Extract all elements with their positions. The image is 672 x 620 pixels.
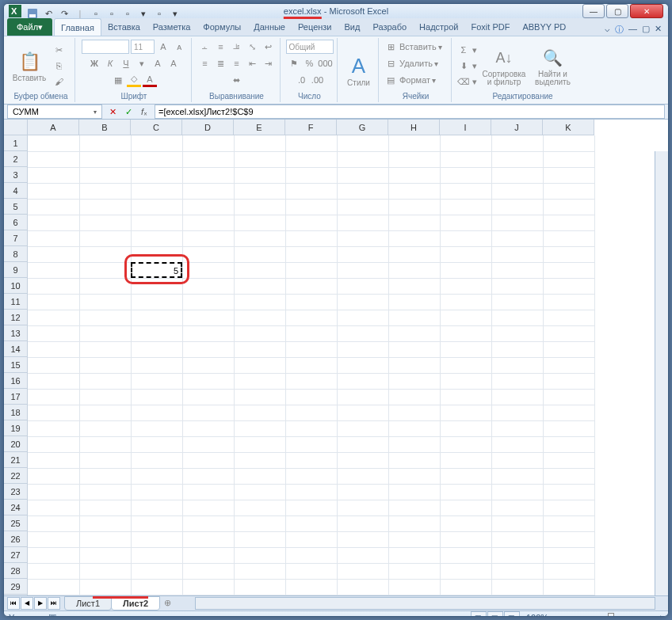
cell[interactable] (28, 262, 79, 278)
cell[interactable] (79, 341, 131, 357)
cell[interactable] (79, 389, 131, 405)
cell[interactable] (388, 230, 440, 246)
cell[interactable] (337, 215, 388, 230)
cell[interactable] (28, 515, 79, 531)
number-format-select[interactable]: Общий (286, 40, 334, 54)
cell[interactable] (131, 484, 182, 500)
cell[interactable] (440, 531, 491, 547)
cell[interactable] (543, 135, 594, 151)
row-header-10[interactable]: 10 (4, 278, 27, 294)
macro-record-icon[interactable]: ▣ (48, 612, 56, 617)
cell[interactable] (131, 405, 182, 420)
row-header-9[interactable]: 9 (4, 262, 27, 278)
cell[interactable] (182, 484, 234, 500)
cell[interactable] (79, 563, 131, 579)
formula-input[interactable]: =[excel.xlsx]Лист2!$C$9 (155, 105, 665, 119)
paste-button[interactable]: 📋 Вставить (10, 40, 48, 92)
cell[interactable] (388, 262, 440, 278)
col-header-E[interactable]: E (234, 120, 285, 135)
cell[interactable] (131, 547, 182, 563)
cell[interactable] (440, 420, 491, 436)
cells-area[interactable]: 5 (28, 135, 595, 595)
cell[interactable] (182, 325, 234, 341)
row-header-5[interactable]: 5 (4, 199, 27, 215)
cell[interactable] (491, 246, 543, 262)
cell[interactable] (234, 389, 285, 405)
cell[interactable] (440, 357, 491, 373)
align-mid-icon[interactable]: ≡ (214, 40, 228, 54)
cell[interactable] (440, 341, 491, 357)
cell[interactable] (285, 373, 337, 389)
cell[interactable] (234, 373, 285, 389)
cell[interactable] (388, 199, 440, 215)
cell[interactable] (28, 230, 79, 246)
cell[interactable] (337, 230, 388, 246)
cell[interactable] (491, 500, 543, 515)
sheet-nav-first-icon[interactable]: ⏮ (7, 597, 20, 610)
zoom-in-icon[interactable]: + (659, 613, 663, 618)
cell[interactable] (337, 262, 388, 278)
align-bot-icon[interactable]: ⫡ (230, 40, 244, 54)
cell[interactable] (491, 547, 543, 563)
cell[interactable] (543, 484, 594, 500)
clear-icon[interactable]: ⌫ (456, 74, 471, 89)
cell[interactable] (28, 547, 79, 563)
col-header-J[interactable]: J (491, 120, 543, 135)
cell[interactable] (234, 325, 285, 341)
row-header-26[interactable]: 26 (4, 531, 27, 547)
cell[interactable] (131, 167, 182, 183)
tab-foxit[interactable]: Foxit PDF (465, 18, 517, 36)
underline-dropdown[interactable]: ▾ (135, 56, 149, 70)
cell[interactable] (131, 373, 182, 389)
cell[interactable] (543, 373, 594, 389)
cell[interactable] (491, 579, 543, 595)
cell[interactable] (285, 563, 337, 579)
cell[interactable] (234, 357, 285, 373)
cell[interactable] (285, 357, 337, 373)
cell[interactable] (491, 484, 543, 500)
col-header-G[interactable]: G (337, 120, 388, 135)
sheet-nav-next-icon[interactable]: ▶ (34, 597, 47, 610)
zoom-slider[interactable] (570, 616, 649, 618)
col-header-K[interactable]: K (543, 120, 594, 135)
cell[interactable] (285, 547, 337, 563)
cell[interactable] (182, 183, 234, 199)
border-button[interactable]: ▦ (111, 73, 125, 87)
cell[interactable] (285, 452, 337, 468)
cell[interactable] (388, 135, 440, 151)
format-cells-icon[interactable]: ▤ (384, 73, 398, 87)
close-button[interactable]: ✕ (630, 4, 663, 18)
cell[interactable] (388, 151, 440, 167)
format-cells-label[interactable]: Формат (399, 75, 430, 85)
cell[interactable] (182, 515, 234, 531)
cell[interactable] (285, 500, 337, 515)
cell[interactable] (388, 167, 440, 183)
cell[interactable] (337, 405, 388, 420)
cell[interactable] (491, 294, 543, 310)
cell[interactable] (131, 357, 182, 373)
cell[interactable] (337, 420, 388, 436)
cell[interactable] (440, 294, 491, 310)
cell[interactable] (440, 215, 491, 230)
cell[interactable] (182, 246, 234, 262)
cell[interactable] (285, 199, 337, 215)
cell[interactable] (337, 310, 388, 325)
indent-inc-icon[interactable]: ⇥ (262, 56, 276, 70)
cell[interactable] (28, 341, 79, 357)
align-top-icon[interactable]: ⫠ (198, 40, 212, 54)
cell[interactable] (543, 389, 594, 405)
cell[interactable] (491, 135, 543, 151)
cell[interactable] (234, 262, 285, 278)
cell[interactable] (543, 357, 594, 373)
sheet-nav-prev-icon[interactable]: ◀ (21, 597, 33, 610)
cell[interactable] (182, 310, 234, 325)
cell[interactable] (440, 405, 491, 420)
font-color-button[interactable]: A (143, 73, 157, 87)
cell[interactable] (182, 420, 234, 436)
cell[interactable] (285, 167, 337, 183)
cell[interactable] (234, 230, 285, 246)
row-header-22[interactable]: 22 (4, 468, 27, 484)
cell[interactable] (234, 484, 285, 500)
cell[interactable] (79, 484, 131, 500)
cell[interactable] (131, 420, 182, 436)
